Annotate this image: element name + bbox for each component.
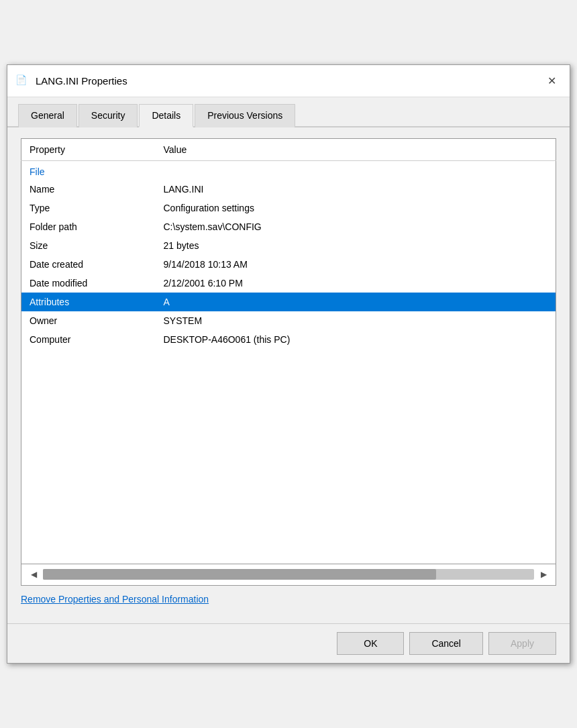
property-label: Computer xyxy=(21,330,156,349)
empty-row xyxy=(21,376,556,403)
dialog-footer: OK Cancel Apply xyxy=(7,623,570,663)
tab-content: Property Value File Name LANG.INI Type C… xyxy=(7,127,570,623)
property-value: Configuration settings xyxy=(156,199,556,217)
property-value: 9/14/2018 10:13 AM xyxy=(156,255,556,274)
tab-general[interactable]: General xyxy=(18,104,77,127)
property-value: 2/12/2001 6:10 PM xyxy=(156,274,556,293)
properties-dialog: 📄 LANG.INI Properties ✕ General Security… xyxy=(7,64,570,664)
property-label: Date modified xyxy=(21,274,156,293)
table-row[interactable]: Folder path C:\system.sav\CONFIG xyxy=(21,217,556,236)
empty-row xyxy=(21,510,556,537)
tab-details[interactable]: Details xyxy=(139,104,193,127)
remove-properties-link[interactable]: Remove Properties and Personal Informati… xyxy=(21,594,209,605)
empty-row xyxy=(21,349,556,376)
table-row-selected[interactable]: Attributes A xyxy=(21,293,556,311)
horizontal-scrollbar[interactable]: ◀ ▶ xyxy=(21,564,556,586)
tab-previous-versions[interactable]: Previous Versions xyxy=(195,104,295,127)
empty-row xyxy=(21,537,556,564)
tab-bar: General Security Details Previous Versio… xyxy=(7,97,570,127)
scroll-thumb[interactable] xyxy=(43,569,436,580)
title-bar: 📄 LANG.INI Properties ✕ xyxy=(7,65,570,97)
col-header-property: Property xyxy=(21,139,156,161)
scroll-right-arrow[interactable]: ▶ xyxy=(537,568,550,581)
tab-security[interactable]: Security xyxy=(78,104,138,127)
scroll-left-arrow[interactable]: ◀ xyxy=(27,568,40,581)
cancel-button[interactable]: Cancel xyxy=(409,632,483,655)
property-value: LANG.INI xyxy=(156,180,556,199)
section-file: File xyxy=(21,161,556,180)
scroll-track[interactable] xyxy=(43,569,534,580)
empty-row xyxy=(21,456,556,483)
details-table: Property Value File Name LANG.INI Type C… xyxy=(21,138,556,564)
property-value: C:\system.sav\CONFIG xyxy=(156,217,556,236)
col-header-value: Value xyxy=(156,139,556,161)
property-label: Type xyxy=(21,199,156,217)
file-icon: 📄 xyxy=(15,74,29,88)
table-row[interactable]: Size 21 bytes xyxy=(21,236,556,255)
property-label: Date created xyxy=(21,255,156,274)
property-value: DESKTOP-A46O061 (this PC) xyxy=(156,330,556,349)
property-label: Owner xyxy=(21,311,156,330)
dialog-title: LANG.INI Properties xyxy=(36,75,541,87)
empty-row xyxy=(21,429,556,456)
table-row[interactable]: Type Configuration settings xyxy=(21,199,556,217)
table-row[interactable]: Owner SYSTEM xyxy=(21,311,556,330)
property-value: SYSTEM xyxy=(156,311,556,330)
property-label: Folder path xyxy=(21,217,156,236)
property-label: Attributes xyxy=(21,293,156,311)
empty-row xyxy=(21,483,556,510)
property-value: A xyxy=(156,293,556,311)
property-label: Size xyxy=(21,236,156,255)
table-row[interactable]: Date created 9/14/2018 10:13 AM xyxy=(21,255,556,274)
close-button[interactable]: ✕ xyxy=(541,71,562,91)
empty-row xyxy=(21,403,556,429)
ok-button[interactable]: OK xyxy=(337,632,404,655)
table-row[interactable]: Computer DESKTOP-A46O061 (this PC) xyxy=(21,330,556,349)
apply-button[interactable]: Apply xyxy=(488,632,556,655)
property-value: 21 bytes xyxy=(156,236,556,255)
table-row[interactable]: Date modified 2/12/2001 6:10 PM xyxy=(21,274,556,293)
table-row[interactable]: Name LANG.INI xyxy=(21,180,556,199)
property-label: Name xyxy=(21,180,156,199)
